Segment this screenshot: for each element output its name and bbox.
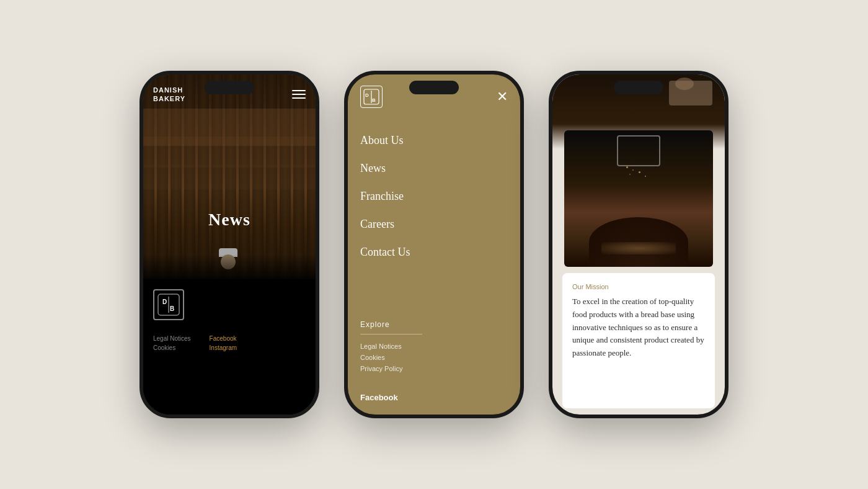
phone2-social: Facebook (348, 387, 520, 415)
svg-text:B: B (372, 97, 376, 103)
hamburger-icon[interactable] (292, 90, 306, 99)
phone-2: D B ✕ About Us News Franchise Careers Co… (344, 71, 524, 418)
cookies-explore[interactable]: Cookies (360, 352, 508, 363)
phone3-notch (614, 81, 663, 94)
phone-3: Our Mission To excel in the creation of … (549, 71, 728, 418)
phone2-explore: Explore Legal Notices Cookies Privacy Po… (348, 308, 520, 387)
nav-about-us[interactable]: About Us (360, 127, 508, 155)
explore-divider (360, 334, 422, 334)
privacy-policy-explore[interactable]: Privacy Policy (360, 363, 508, 374)
svg-text:B: B (170, 305, 174, 312)
cookies-link[interactable]: Cookies (153, 344, 191, 351)
db-logo-small-svg: D B (363, 89, 379, 105)
explore-label: Explore (360, 320, 508, 329)
db-logo-small: D B (360, 86, 383, 108)
hero-title: News (143, 210, 316, 230)
phone1-notch (205, 81, 254, 94)
mission-text: To excel in the creation of top-quality … (572, 295, 705, 360)
close-icon[interactable]: ✕ (497, 89, 508, 105)
facebook-link[interactable]: Facebook (210, 335, 237, 342)
nav-careers[interactable]: Careers (360, 210, 508, 238)
bakery-hero: DANISHBAKERY News (143, 74, 316, 279)
phone1-content: DANISHBAKERY News D (143, 74, 316, 415)
nav-contact-us[interactable]: Contact Us (360, 238, 508, 266)
phone1-bottom: D B Legal Notices Cookies Facebook Insta… (143, 279, 316, 415)
dust-cloud (620, 166, 657, 204)
svg-text:D: D (162, 298, 167, 305)
sieve-outline (617, 135, 660, 166)
hamburger-line (292, 90, 306, 91)
phone2-nav: About Us News Franchise Careers Contact … (348, 114, 520, 266)
nav-franchise[interactable]: Franchise (360, 182, 508, 210)
bread-texture (601, 242, 676, 254)
hamburger-line (292, 94, 306, 95)
hand-visual (675, 78, 694, 90)
facebook-social[interactable]: Facebook (360, 393, 508, 402)
footer-col-right: Facebook Instagram (210, 335, 237, 351)
phone2-notch (409, 81, 459, 94)
legal-notices-explore[interactable]: Legal Notices (360, 341, 508, 352)
phone1-footer-links: Legal Notices Cookies Facebook Instagram (153, 335, 306, 351)
hamburger-line (292, 97, 306, 99)
legal-notices-link[interactable]: Legal Notices (153, 335, 191, 342)
svg-text:D: D (365, 92, 369, 98)
phone-1: DANISHBAKERY News D (140, 71, 319, 418)
phone3-photo-main (564, 130, 713, 267)
footer-col-left: Legal Notices Cookies (153, 335, 191, 351)
phone2-content: D B ✕ About Us News Franchise Careers Co… (348, 74, 520, 415)
phone3-content: Our Mission To excel in the creation of … (552, 74, 725, 415)
db-logo-svg: D B (157, 294, 180, 316)
db-logo-large: D B (153, 289, 184, 320)
nav-news[interactable]: News (360, 155, 508, 182)
mission-label: Our Mission (572, 283, 705, 290)
instagram-link[interactable]: Instagram (210, 344, 237, 351)
phone3-mission: Our Mission To excel in the creation of … (562, 273, 715, 408)
brand-name: DANISHBAKERY (153, 86, 185, 104)
